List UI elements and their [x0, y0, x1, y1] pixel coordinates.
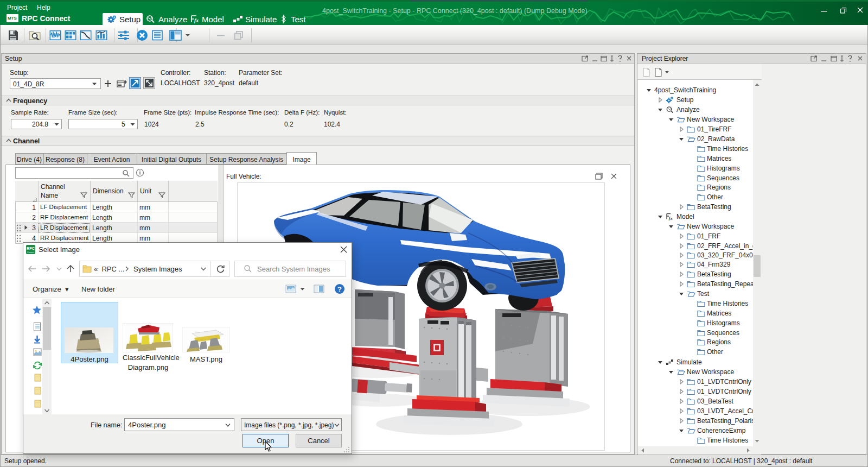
svg-text:Connect: Connect	[27, 251, 34, 254]
svg-text:?: ?	[337, 285, 342, 293]
svg-text:fx: fx	[194, 17, 199, 23]
svg-text:RPC: RPC	[27, 247, 35, 250]
svg-text:fx: fx	[669, 216, 673, 221]
